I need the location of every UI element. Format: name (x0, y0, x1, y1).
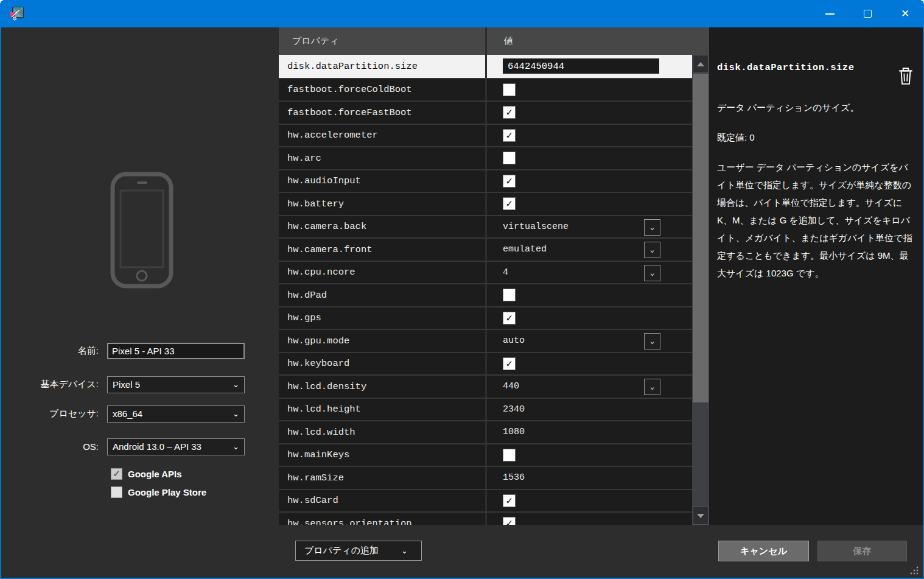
value-checkbox[interactable]: ✓ (503, 175, 516, 188)
property-value-cell: 2340 (487, 399, 692, 421)
value-checkbox[interactable] (503, 152, 516, 164)
table-row[interactable]: fastboot.forceFastBoot✓ (279, 100, 692, 124)
value-dropdown-button[interactable]: ⌄ (644, 379, 660, 395)
value-checkbox[interactable]: ✓ (503, 312, 516, 325)
property-name: hw.sdCard (279, 490, 487, 512)
value-text: 4 (503, 267, 508, 278)
property-value-cell: 1536 (487, 467, 692, 489)
details-description: データ パーティションのサイズ。 (717, 102, 915, 114)
value-checkbox[interactable] (503, 449, 516, 461)
table-row[interactable]: hw.camera.backvirtualscene⌄ (279, 215, 692, 238)
delete-property-button trash-icon[interactable] (898, 67, 914, 85)
table-row[interactable]: hw.mainKeys (279, 443, 692, 466)
table-row[interactable]: hw.gps✓ (279, 306, 692, 329)
table-row[interactable]: hw.arc (279, 146, 692, 169)
google-play-store-label: Google Play Store (128, 487, 206, 497)
google-play-store-option[interactable]: Google Play Store (111, 485, 206, 499)
table-row[interactable]: hw.keyboard✓ (279, 352, 692, 375)
property-name: disk.dataPartition.size (279, 55, 487, 78)
value-dropdown-button[interactable]: ⌄ (644, 333, 660, 349)
close-icon: ✕ (901, 9, 909, 19)
base-device-select[interactable]: Pixel 5 ⌄ (107, 376, 245, 393)
property-value-cell: virtualscene⌄ (487, 216, 692, 238)
processor-select[interactable]: x86_64 ⌄ (107, 405, 245, 423)
table-row[interactable]: fastboot.forceColdBoot (279, 78, 692, 101)
google-apis-checkbox[interactable]: ✓ (111, 468, 122, 480)
value-text: 440 (503, 381, 519, 391)
property-value-cell: auto⌄ (487, 330, 692, 352)
table-row[interactable]: hw.gpu.modeauto⌄ (279, 329, 692, 352)
resize-grip-icon[interactable] (909, 566, 919, 575)
property-name: hw.lcd.density (279, 376, 487, 398)
minimize-button[interactable] (811, 0, 849, 27)
value-checkbox[interactable]: ✓ (503, 357, 516, 370)
value-checkbox[interactable] (503, 289, 516, 301)
table-row[interactable]: hw.cpu.ncore4⌄ (279, 261, 692, 284)
value-text: 1080 (503, 427, 525, 437)
os-select[interactable]: Android 13.0 – API 33 ⌄ (107, 438, 245, 455)
value-checkbox[interactable]: ✓ (503, 494, 516, 507)
app-icon (10, 7, 24, 21)
base-device-label: 基本デバイス: (1, 379, 99, 390)
property-value-cell: ✓ (487, 102, 692, 124)
table-scrollbar[interactable] (692, 55, 709, 525)
titlebar[interactable]: ✕ (0, 0, 924, 27)
device-name-input[interactable] (107, 343, 245, 359)
scrollbar-thumb[interactable] (693, 74, 709, 402)
value-checkbox[interactable] (503, 83, 516, 96)
table-row[interactable]: hw.lcd.density440⌄ (279, 374, 692, 398)
phone-icon (110, 172, 173, 289)
google-play-store-checkbox[interactable] (111, 486, 122, 498)
chevron-down-icon: ⌄ (233, 380, 239, 389)
arrow-up-icon (697, 62, 704, 66)
value-checkbox[interactable]: ✓ (503, 129, 516, 142)
property-value-cell: 440⌄ (487, 376, 692, 398)
value-checkbox[interactable]: ✓ (503, 197, 516, 210)
table-row[interactable]: hw.accelerometer✓ (279, 124, 692, 147)
value-checkbox[interactable]: ✓ (503, 517, 516, 525)
close-button[interactable]: ✕ (886, 0, 924, 27)
table-row[interactable]: hw.dPad (279, 283, 692, 306)
table-row[interactable]: hw.lcd.width1080 (279, 420, 692, 443)
property-value-cell: emulated⌄ (487, 239, 692, 261)
property-name: fastboot.forceColdBoot (279, 79, 487, 101)
property-value-cell (487, 284, 692, 306)
table-row[interactable]: hw.ramSize1536 (279, 466, 692, 489)
table-row[interactable]: hw.sdCard✓ (279, 489, 692, 512)
details-property-name: disk.dataPartition.size (717, 62, 915, 73)
table-row[interactable]: hw.camera.frontemulated⌄ (279, 237, 692, 261)
value-dropdown-button[interactable]: ⌄ (644, 242, 660, 258)
property-value-cell: ✓ (487, 490, 692, 512)
name-row: 名前: (1, 343, 279, 359)
device-properties-window: ✕ 名前: 基本デバイス: Pixel 5 ⌄ プロセッサ: x86_6 (0, 0, 924, 579)
scroll-up-button[interactable] (693, 55, 709, 73)
save-button[interactable]: 保存 (817, 541, 907, 561)
os-label: OS: (1, 441, 99, 452)
table-row[interactable]: disk.dataPartition.size (279, 55, 692, 78)
cancel-button[interactable]: キャンセル (718, 541, 809, 561)
name-label: 名前: (1, 345, 99, 357)
value-dropdown-button[interactable]: ⌄ (644, 219, 660, 236)
property-column-header: プロパティ (279, 27, 487, 55)
properties-table: プロパティ 値 disk.dataPartition.sizefastboot.… (279, 27, 709, 525)
property-value-cell: ✓ (487, 353, 692, 375)
table-row[interactable]: hw.lcd.height2340 (279, 398, 692, 421)
add-property-dropdown[interactable]: プロパティの追加 ⌄ (295, 541, 422, 561)
table-rows: disk.dataPartition.sizefastboot.forceCol… (279, 55, 692, 525)
table-row[interactable]: hw.audioInput✓ (279, 169, 692, 192)
property-value-cell (487, 79, 692, 101)
base-device-value: Pixel 5 (113, 379, 140, 390)
property-value-cell: ✓ (487, 513, 692, 525)
table-row[interactable]: hw.battery✓ (279, 192, 692, 215)
property-value-cell: 4⌄ (487, 262, 692, 284)
value-dropdown-button[interactable]: ⌄ (644, 265, 660, 281)
maximize-button[interactable] (849, 0, 886, 27)
value-checkbox[interactable]: ✓ (503, 106, 516, 119)
scroll-down-button[interactable] (693, 507, 709, 525)
value-input[interactable] (503, 58, 659, 74)
google-apis-option[interactable]: ✓ Google APIs (111, 467, 182, 480)
property-name: hw.accelerometer (279, 125, 487, 147)
table-row[interactable]: hw.sensors.orientation✓ (279, 511, 692, 525)
property-value-cell (487, 444, 692, 466)
os-row: OS: Android 13.0 – API 33 ⌄ (1, 438, 279, 455)
